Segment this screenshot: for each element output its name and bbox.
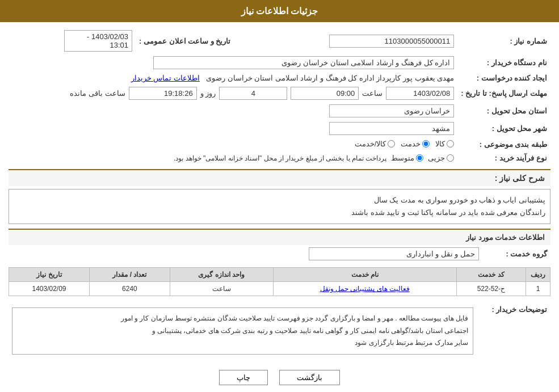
- cell-name: فعالیت های پشتیبانی حمل ونقل: [273, 282, 456, 296]
- contact-info-link[interactable]: اطلاعات تماس خریدار: [131, 74, 200, 82]
- category-options: کالا خدمت کالا/خدمت: [9, 137, 457, 151]
- deadline-remaining-label: ساعت باقی مانده: [70, 89, 125, 98]
- need-number-box: 1103000055000011: [329, 35, 454, 48]
- province-label: استان محل تحویل :: [457, 102, 550, 120]
- need-summary-line1: پشتیبانی ایاب و ذهاب دو خودرو سواری به م…: [14, 194, 545, 206]
- province-value: خراسان رضوی: [9, 102, 457, 120]
- need-number-label: شماره نیاز :: [457, 28, 550, 54]
- buttons-row: بازگشت چاپ: [9, 370, 550, 385]
- creator-value: مهدی یعقوب پور کارپرداز اداره کل فرهنگ و…: [9, 71, 457, 85]
- announcement-date-label: تاریخ و ساعت اعلان عمومی :: [136, 28, 234, 54]
- purchase-type-radio-jozi-input[interactable]: [447, 154, 454, 162]
- notes-box: فایل های پیوست مطالعه . مهر و امضا و بار…: [12, 307, 473, 355]
- service-group-box: حمل و نقل و انبارداری: [309, 247, 479, 260]
- deadline-time-box: 09:00: [291, 87, 359, 100]
- need-summary-line2: رانندگان معرفی شده باید در سامانه پاکنا …: [14, 206, 545, 219]
- category-label: طبقه بندی موضوعی :: [457, 137, 550, 151]
- cell-code: ح-52-522: [456, 282, 526, 296]
- purchase-type-label: نوع فرآیند خرید :: [457, 151, 550, 165]
- city-label: شهر محل تحویل :: [457, 120, 550, 137]
- col-header-qty: تعداد / مقدار: [90, 268, 170, 282]
- col-header-unit: واحد اندازه گیری: [170, 268, 273, 282]
- col-header-code: کد خدمت: [456, 268, 526, 282]
- service-group-label: گروه خدمت :: [482, 245, 550, 263]
- col-header-date: تاریخ نیاز: [9, 268, 90, 282]
- cell-row: 1: [526, 282, 550, 296]
- category-radio-khedmat-input[interactable]: [422, 140, 430, 147]
- page-header: جزئیات اطلاعات نیاز: [0, 0, 559, 22]
- deadline-label: مهلت ارسال پاسخ: تا تاریخ :: [457, 85, 550, 102]
- notes-line1: فایل های پیوست مطالعه . مهر و امضا و بار…: [17, 313, 468, 325]
- purchase-type-radio-motovaset-input[interactable]: [416, 154, 423, 162]
- category-radio-kala: کالا: [435, 140, 454, 148]
- purchase-type-note: پرداخت تمام یا بخشی از مبلغ خریدار از مح…: [174, 154, 386, 162]
- page-title: جزئیات اطلاعات نیاز: [241, 6, 318, 16]
- deadline-days-box: 4: [219, 87, 287, 100]
- buyer-org-box: اداره کل فرهنگ و ارشاد اسلامی استان خراس…: [153, 56, 454, 69]
- announcement-date-box: 1403/02/03 - 13:01: [64, 30, 132, 52]
- services-section-header: اطلاعات خدمات مورد نیاز: [9, 229, 550, 245]
- city-box: مشهد: [329, 122, 454, 135]
- purchase-type-row: جزیی متوسط پرداخت تمام یا بخشی از مبلغ خ…: [9, 151, 457, 165]
- category-radio-both: کالا/خدمت: [355, 140, 396, 148]
- need-number-value: 1103000055000011: [234, 28, 457, 54]
- notes-label: توضیحات خریدار :: [477, 301, 550, 361]
- cell-date: 1403/02/09: [9, 282, 90, 296]
- deadline-time-label: ساعت: [362, 89, 383, 98]
- purchase-type-radio-jozi: جزیی: [428, 154, 454, 162]
- col-header-row: ردیف: [526, 268, 550, 282]
- deadline-row: 1403/02/08 ساعت 09:00 4 روز و 19:18:26: [9, 85, 457, 102]
- info-table: شماره نیاز : 1103000055000011 تاریخ و سا…: [9, 28, 550, 165]
- deadline-date-box: 1403/02/08: [386, 87, 454, 100]
- category-radio-kala-input[interactable]: [447, 140, 454, 147]
- service-group-table: گروه خدمت : حمل و نقل و انبارداری: [9, 245, 550, 263]
- notes-line2: اجتماعی استان باشد/گواهی نامه ایمنی کار …: [17, 325, 468, 338]
- category-radio-both-input[interactable]: [388, 140, 395, 147]
- service-group-value: حمل و نقل و انبارداری: [9, 245, 482, 263]
- services-table: ردیف کد خدمت نام خدمت واحد اندازه گیری ت…: [9, 267, 550, 296]
- notes-line3: سایر مدارک مرتبط مرتبط بارگزاری شود: [17, 337, 468, 349]
- city-value: مشهد: [9, 120, 457, 137]
- announcement-date-value: 1403/02/03 - 13:01: [9, 28, 136, 54]
- notes-value: فایل های پیوست مطالعه . مهر و امضا و بار…: [9, 301, 477, 361]
- cell-quantity: 6240: [90, 282, 170, 296]
- deadline-days-label: روز و: [200, 89, 216, 98]
- table-row: 1 ح-52-522 فعالیت های پشتیبانی حمل ونقل …: [9, 282, 550, 296]
- province-box: خراسان رضوی: [329, 104, 454, 117]
- deadline-remaining-box: 19:18:26: [129, 87, 197, 100]
- creator-label: ایجاد کننده درخواست :: [457, 71, 550, 85]
- buyer-org-value: اداره کل فرهنگ و ارشاد اسلامی استان خراس…: [9, 54, 457, 71]
- buyer-org-label: نام دستگاه خریدار :: [457, 54, 550, 71]
- need-summary-box: پشتیبانی ایاب و ذهاب دو خودرو سواری به م…: [9, 189, 550, 224]
- col-header-name: نام خدمت: [273, 268, 456, 282]
- back-button[interactable]: بازگشت: [279, 370, 340, 385]
- need-summary-section-header: شرح کلی نیاز :: [9, 169, 550, 186]
- notes-table: توضیحات خریدار : فایل های پیوست مطالعه .…: [9, 301, 550, 361]
- cell-unit: ساعت: [170, 282, 273, 296]
- category-radio-khedmat: خدمت: [401, 140, 430, 148]
- print-button[interactable]: چاپ: [219, 370, 268, 385]
- purchase-type-radio-motovaset: متوسط: [391, 154, 423, 162]
